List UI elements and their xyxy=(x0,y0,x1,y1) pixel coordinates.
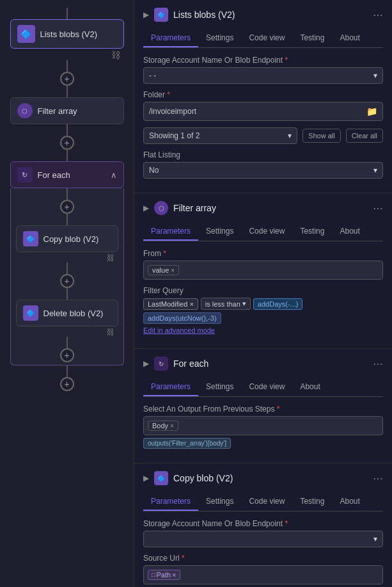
filter-fn-overflow-tag: addDays(utcNow(),-3) xyxy=(143,312,221,324)
connector-3 xyxy=(67,124,68,136)
for-each-content: + 🔷 Copy blob (V2) ⛓ + 🔷 Delete blob (V2… xyxy=(10,188,124,366)
copy-blob-panel-expand[interactable]: ▶ xyxy=(143,474,149,483)
node-lists-blobs[interactable]: 🔷 Lists blobs (V2) xyxy=(10,19,124,49)
tab-filter-testing[interactable]: Testing xyxy=(292,223,332,241)
flat-listing-select[interactable]: No ▾ xyxy=(143,162,383,179)
filter-array-tabs: Parameters Settings Code view Testing Ab… xyxy=(143,223,383,241)
node-copy-blob[interactable]: 🔷 Copy blob (V2) xyxy=(16,225,118,252)
from-tag-input[interactable]: value × xyxy=(143,261,383,280)
tab-foreach-codeview[interactable]: Code view xyxy=(241,378,292,396)
advanced-mode-link[interactable]: Edit in advanced mode xyxy=(143,326,383,334)
connector-4 xyxy=(67,150,68,161)
tab-lists-blobs-codeview[interactable]: Code view xyxy=(241,29,292,47)
connector-7 xyxy=(67,262,68,274)
folder-label: Folder * xyxy=(143,90,383,99)
advanced-params-select[interactable]: Showing 1 of 2 ▾ xyxy=(143,127,297,144)
tab-foreach-about[interactable]: About xyxy=(292,378,327,396)
filter-op-value: is less than xyxy=(205,300,240,308)
filter-query-label: Filter Query xyxy=(143,286,383,295)
tab-filter-about[interactable]: About xyxy=(332,223,367,241)
filter-array-expand[interactable]: ▶ xyxy=(143,204,149,213)
copy-storage-group: Storage Account Name Or Blob Endpoint * … xyxy=(143,519,383,547)
tab-copy-settings[interactable]: Settings xyxy=(198,493,241,511)
flat-listing-label: Flat Listing xyxy=(143,150,383,159)
node-delete-blob[interactable]: 🔷 Delete blob (V2) xyxy=(16,300,118,326)
add-btn-1[interactable]: + xyxy=(60,72,74,86)
tab-copy-testing[interactable]: Testing xyxy=(292,493,332,511)
lists-blobs-icon: 🔷 xyxy=(17,25,35,43)
foreach-select-label: Select An Output From Previous Steps * xyxy=(143,405,383,414)
storage-account-group: Storage Account Name Or Blob Endpoint * … xyxy=(143,56,383,84)
advanced-params-value: Showing 1 of 2 xyxy=(149,131,200,140)
folder-browse-icon[interactable]: 📁 xyxy=(366,106,377,117)
foreach-body-remove[interactable]: × xyxy=(170,422,174,430)
copy-blob-link-icon: ⛓ xyxy=(107,253,114,262)
delete-blob-icon: 🔷 xyxy=(23,305,38,321)
tab-lists-blobs-settings[interactable]: Settings xyxy=(198,29,241,47)
add-btn-3[interactable]: + xyxy=(60,200,74,214)
connector-9 xyxy=(67,337,68,348)
for-each-panel-expand[interactable]: ▶ xyxy=(143,359,149,368)
tab-lists-blobs-parameters[interactable]: Parameters xyxy=(143,29,198,47)
tab-filter-codeview[interactable]: Code view xyxy=(241,223,292,241)
source-path-tag: □ Path × xyxy=(148,570,180,580)
filter-array-header-icon: ⬡ xyxy=(154,201,168,215)
copy-blob-panel-title: Copy blob (V2) xyxy=(173,473,233,483)
tab-lists-blobs-testing[interactable]: Testing xyxy=(292,29,332,47)
source-url-input[interactable]: □ Path × xyxy=(143,565,383,584)
advanced-dropdown-arrow: ▾ xyxy=(288,131,292,140)
flat-listing-group: Flat Listing No ▾ xyxy=(143,150,383,179)
for-each-panel-header: ▶ ↻ For each ⋯ xyxy=(143,357,383,371)
add-btn-bottom[interactable]: + xyxy=(60,377,74,391)
lists-blobs-label: Lists blobs (V2) xyxy=(40,29,117,39)
filter-left-remove[interactable]: × xyxy=(189,300,193,308)
lists-blobs-link-icon: ⛓ xyxy=(111,50,120,60)
show-all-btn[interactable]: Show all xyxy=(302,129,341,143)
tab-foreach-settings[interactable]: Settings xyxy=(198,378,241,396)
source-path-icon: □ xyxy=(152,572,155,578)
for-each-label: For each xyxy=(38,170,106,180)
flat-listing-value: No xyxy=(149,166,159,175)
filter-array-more[interactable]: ⋯ xyxy=(373,202,383,214)
node-filter-array[interactable]: ⬡ Filter array xyxy=(10,97,124,124)
clear-all-btn[interactable]: Clear all xyxy=(346,129,383,143)
tab-filter-parameters[interactable]: Parameters xyxy=(143,223,198,241)
lists-blobs-panel-title: Lists blobs (V2) xyxy=(173,10,235,20)
storage-account-select[interactable]: - - ▾ xyxy=(143,67,383,84)
foreach-select-group: Select An Output From Previous Steps * B… xyxy=(143,405,383,449)
filter-array-section: ▶ ⬡ Filter array ⋯ Parameters Settings C… xyxy=(134,193,392,349)
tab-copy-codeview[interactable]: Code view xyxy=(241,493,292,511)
filter-query-group: Filter Query LastModified × is less than… xyxy=(143,286,383,334)
filter-array-label: Filter array xyxy=(38,106,117,116)
lists-blobs-more[interactable]: ⋯ xyxy=(373,9,383,21)
delete-blob-link-icon: ⛓ xyxy=(107,328,114,337)
connector-top xyxy=(67,8,68,19)
folder-input[interactable]: /invoiceimport 📁 xyxy=(143,102,383,121)
copy-blob-more[interactable]: ⋯ xyxy=(373,472,383,485)
add-btn-5[interactable]: + xyxy=(60,348,74,362)
for-each-chevron[interactable]: ∧ xyxy=(111,170,117,180)
for-each-header[interactable]: ↻ For each ∧ xyxy=(10,161,124,188)
tab-lists-blobs-about[interactable]: About xyxy=(332,29,367,47)
lists-blobs-expand[interactable]: ▶ xyxy=(143,10,149,19)
lists-blobs-tabs: Parameters Settings Code view Testing Ab… xyxy=(143,29,383,48)
from-tag-remove[interactable]: × xyxy=(171,267,175,274)
flat-listing-arrow: ▾ xyxy=(373,166,377,175)
foreach-select-input[interactable]: Body × xyxy=(143,416,383,435)
add-btn-2[interactable]: + xyxy=(60,136,74,150)
filter-op-select[interactable]: is less than ▾ xyxy=(201,298,251,310)
tab-filter-settings[interactable]: Settings xyxy=(198,223,241,241)
filter-array-icon: ⬡ xyxy=(17,103,33,118)
for-each-panel-title: For each xyxy=(173,358,208,369)
source-path-remove[interactable]: × xyxy=(172,571,176,579)
for-each-panel-icon: ↻ xyxy=(154,357,168,371)
copy-storage-select[interactable]: ▾ xyxy=(143,531,383,547)
lists-blobs-section: ▶ 🔷 Lists blobs (V2) ⋯ Parameters Settin… xyxy=(134,0,392,193)
tab-copy-about[interactable]: About xyxy=(332,493,367,511)
copy-blob-tabs: Parameters Settings Code view Testing Ab… xyxy=(143,493,383,511)
add-btn-4[interactable]: + xyxy=(60,274,74,288)
tab-copy-parameters[interactable]: Parameters xyxy=(143,493,198,511)
for-each-more[interactable]: ⋯ xyxy=(373,358,383,370)
source-url-label: Source Url * xyxy=(143,554,383,563)
tab-foreach-parameters[interactable]: Parameters xyxy=(143,378,198,396)
